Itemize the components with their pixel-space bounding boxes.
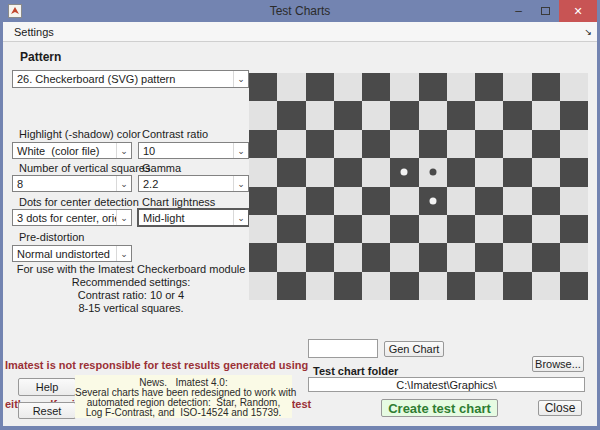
checkerboard-square	[419, 73, 447, 101]
usage-note: For use with the Imatest Checkerboard mo…	[3, 263, 259, 315]
checkerboard-square	[306, 130, 334, 158]
registration-dot	[429, 197, 436, 204]
checkerboard-square	[277, 243, 305, 271]
chevron-down-icon: ⌄	[233, 210, 248, 225]
checkerboard-square	[560, 130, 588, 158]
close-button[interactable]: Close	[538, 400, 582, 416]
checkerboard-square	[277, 158, 305, 186]
checkerboard-square	[419, 130, 447, 158]
checkerboard-square	[362, 187, 390, 215]
registration-dot	[401, 169, 408, 176]
checkerboard-square	[503, 215, 531, 243]
checkerboard-square	[447, 158, 475, 186]
checkerboard-square	[362, 130, 390, 158]
checkerboard-square	[306, 243, 334, 271]
checkerboard-square	[532, 158, 560, 186]
checkerboard-square	[419, 101, 447, 129]
checkerboard-square	[390, 73, 418, 101]
checkerboard-square	[447, 73, 475, 101]
checkerboard-square	[306, 187, 334, 215]
checkerboard-square	[277, 215, 305, 243]
news-panel: News. Imatest 4.0: Several charts have b…	[75, 375, 292, 418]
checkerboard-square	[334, 243, 362, 271]
highlight-color-select[interactable]: White (color file) ⌄	[12, 142, 132, 159]
dock-arrow-icon[interactable]: ↘	[584, 27, 592, 37]
checkerboard-square	[390, 272, 418, 300]
checkerboard-square	[475, 73, 503, 101]
vertical-squares-label: Number of vertical squares	[19, 162, 150, 174]
checkerboard-square	[560, 101, 588, 129]
create-test-chart-button[interactable]: Create test chart	[381, 399, 498, 417]
checkerboard-square	[334, 130, 362, 158]
menu-settings[interactable]: Settings	[3, 22, 65, 41]
reset-button[interactable]: Reset	[18, 402, 76, 419]
checkerboard-square	[390, 187, 418, 215]
pre-distortion-label: Pre-distortion	[19, 231, 84, 243]
checkerboard-square	[249, 215, 277, 243]
checkerboard-square	[362, 158, 390, 186]
pattern-select[interactable]: 26. Checkerboard (SVG) pattern ⌄	[12, 70, 249, 88]
maximize-button[interactable]	[532, 0, 559, 22]
checkerboard-square	[277, 187, 305, 215]
chart-lightness-value: Mid-light	[139, 212, 233, 224]
chevron-down-icon: ⌄	[116, 176, 131, 191]
checkerboard-square	[475, 130, 503, 158]
gamma-value: 2.2	[139, 178, 233, 190]
checkerboard-square	[503, 101, 531, 129]
contrast-ratio-select[interactable]: 10 ⌄	[138, 142, 249, 159]
browse-button[interactable]: Browse...	[532, 356, 584, 372]
pattern-label: Pattern	[20, 50, 61, 64]
titlebar: Test Charts – ✕	[3, 0, 597, 22]
menubar: Settings ↘	[3, 22, 597, 42]
checkerboard-square	[249, 130, 277, 158]
checkerboard-square	[306, 158, 334, 186]
checkerboard-square	[475, 272, 503, 300]
checkerboard-square	[447, 187, 475, 215]
gen-chart-button[interactable]: Gen Chart	[384, 341, 444, 357]
checkerboard-square	[560, 187, 588, 215]
usage-note-line: 8-15 vertical squares.	[3, 302, 259, 315]
pattern-select-value: 26. Checkerboard (SVG) pattern	[13, 73, 233, 85]
minimize-button[interactable]: –	[505, 0, 532, 22]
test-chart-folder-label: Test chart folder	[313, 365, 398, 377]
checkerboard-square	[249, 187, 277, 215]
checkerboard-square	[447, 215, 475, 243]
checkerboard-square	[390, 101, 418, 129]
dialog-content: Pattern 26. Checkerboard (SVG) pattern ⌄…	[3, 42, 597, 426]
checkerboard-square	[362, 101, 390, 129]
chevron-down-icon: ⌄	[233, 176, 248, 191]
chart-lightness-label: Chart lightness	[142, 196, 215, 208]
vertical-squares-value: 8	[13, 178, 116, 190]
checkerboard-square	[306, 101, 334, 129]
gamma-select[interactable]: 2.2 ⌄	[138, 175, 249, 192]
close-window-button[interactable]: ✕	[559, 0, 597, 22]
checkerboard-square	[249, 158, 277, 186]
help-button[interactable]: Help	[18, 378, 76, 396]
test-chart-folder-field[interactable]: C:\Imatest\Graphics\	[308, 377, 585, 392]
checkerboard-square	[560, 73, 588, 101]
vertical-squares-select[interactable]: 8 ⌄	[12, 175, 132, 192]
center-dots-select[interactable]: 3 dots for center, orienta... ⌄	[12, 209, 132, 226]
checkerboard-square	[334, 101, 362, 129]
checkerboard-square	[447, 243, 475, 271]
chart-lightness-select[interactable]: Mid-light ⌄	[137, 208, 250, 227]
checkerboard-square	[306, 215, 334, 243]
checkerboard-square	[532, 130, 560, 158]
checkerboard-square	[334, 158, 362, 186]
checkerboard-square	[503, 130, 531, 158]
chevron-down-icon: ⌄	[116, 210, 131, 225]
checkerboard-square	[503, 272, 531, 300]
checkerboard-square	[362, 215, 390, 243]
highlight-color-label: Highlight (-shadow) color	[19, 128, 141, 140]
checkerboard-square	[532, 101, 560, 129]
checkerboard-square	[419, 215, 447, 243]
pre-distortion-select[interactable]: Normal undistorted ⌄	[12, 245, 132, 262]
gen-chart-input[interactable]	[308, 339, 378, 358]
checkerboard-square	[532, 215, 560, 243]
checkerboard-square	[277, 73, 305, 101]
checkerboard-square	[249, 272, 277, 300]
checkerboard-square	[447, 272, 475, 300]
registration-dot	[429, 169, 436, 176]
center-dots-value: 3 dots for center, orienta...	[13, 212, 116, 224]
center-dots-label: Dots for center detection	[19, 196, 139, 208]
